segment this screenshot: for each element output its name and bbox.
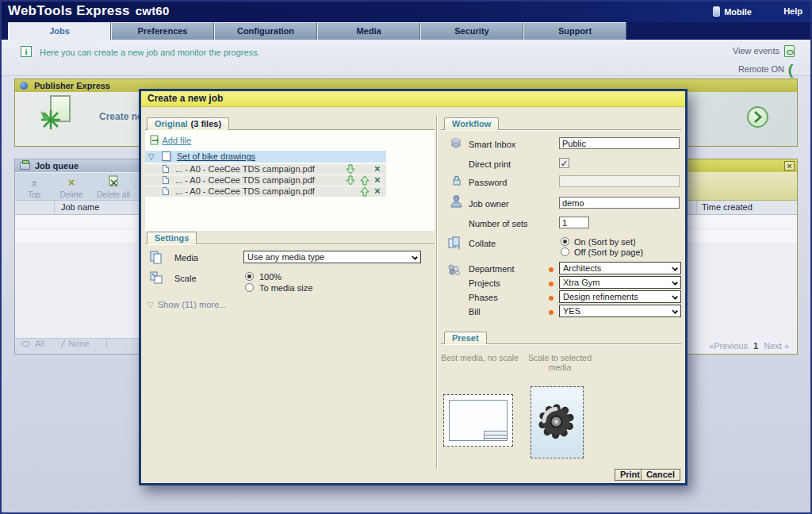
pdf-page-icon <box>163 176 169 184</box>
section-tab-workflow: Workflow <box>444 117 499 130</box>
department-select-value: Architects <box>563 263 601 273</box>
view-events-icon <box>784 45 795 57</box>
select-all-link[interactable]: All <box>35 339 44 348</box>
preset-best-media-thumbnail[interactable] <box>443 394 513 447</box>
close-icon[interactable]: × <box>784 161 795 171</box>
tab-configuration[interactable]: Configuration <box>214 22 317 40</box>
document-stack-icon <box>162 152 170 161</box>
move-up-icon[interactable] <box>360 175 371 186</box>
chevron-down-icon <box>672 308 678 314</box>
direct-print-label: Direct print <box>469 159 511 169</box>
accounting-icon <box>446 263 461 277</box>
file-name: ... - A0 - CeeCee TDS campaign.pdf <box>175 164 315 175</box>
password-label: Password <box>469 178 507 187</box>
section-tab-settings: Settings <box>147 232 197 244</box>
add-file-link[interactable]: Add file <box>150 135 191 146</box>
delete-all-label: Delete all <box>97 190 130 199</box>
selection-column-header <box>15 201 55 215</box>
file-row: ... - A0 - CeeCee TDS campaign.pdf × <box>145 186 386 197</box>
scale-icon <box>149 270 163 285</box>
previous-page-link[interactable]: «Previous <box>709 341 748 351</box>
next-page-link[interactable]: Next » <box>764 341 789 351</box>
info-message: Here you can create a new job and monito… <box>40 48 260 57</box>
section-tab-original: Original(3 files) <box>147 117 229 130</box>
move-down-icon[interactable] <box>346 175 357 186</box>
preset-scale-thumbnail[interactable] <box>530 386 584 458</box>
tab-security[interactable]: Security <box>420 22 523 40</box>
department-select[interactable]: Architects <box>559 262 681 274</box>
number-of-sets-input[interactable] <box>559 217 589 228</box>
move-down-icon[interactable] <box>346 164 357 175</box>
chevron-right-icon <box>749 108 767 126</box>
bill-select[interactable]: YES <box>559 305 681 317</box>
job-queue-title: Job queue <box>35 161 79 171</box>
gear-icon <box>537 402 576 442</box>
chevron-down-icon <box>412 254 418 260</box>
view-events-label: View events <box>733 46 779 56</box>
move-up-icon[interactable] <box>360 186 371 197</box>
tab-jobs[interactable]: Jobs <box>8 22 111 40</box>
settings-tab-label: Settings <box>155 233 189 243</box>
help-link[interactable]: Help <box>783 6 802 16</box>
pdf-page-icon <box>163 165 169 173</box>
tab-preferences[interactable]: Preferences <box>111 22 214 40</box>
phases-select-value: Design refinements <box>563 292 638 301</box>
chevron-down-icon <box>672 265 678 271</box>
mobile-icon <box>713 6 720 17</box>
remove-file-icon[interactable]: × <box>374 175 385 185</box>
scale-100-radio[interactable] <box>245 272 254 281</box>
publisher-sphere-icon <box>20 82 28 90</box>
phases-label: Phases <box>469 293 498 302</box>
projects-label: Projects <box>469 278 500 288</box>
app-header: WebTools Expresscwt60 Mobile Help <box>0 0 812 22</box>
pdf-page-icon <box>163 187 169 195</box>
collate-off-radio[interactable] <box>561 247 569 256</box>
time-created-column-header[interactable]: Time created <box>702 202 753 212</box>
person-icon <box>450 194 464 209</box>
smart-inbox-input[interactable] <box>559 137 680 149</box>
direct-print-checkbox[interactable]: ✓ <box>559 158 569 168</box>
delete-label: Delete <box>60 190 83 199</box>
smart-inbox-label: Smart Inbox <box>469 140 515 149</box>
view-events-link[interactable]: View events <box>733 45 795 57</box>
delete-all-button[interactable]: Delete all <box>91 175 136 199</box>
remote-label: Remote ON <box>738 64 784 74</box>
lock-icon <box>450 175 465 189</box>
collate-on-radio[interactable] <box>561 237 569 246</box>
projects-select[interactable]: Xtra Gym <box>559 276 681 289</box>
bill-label: Bill <box>469 307 481 316</box>
job-name-column-header[interactable]: Job name <box>61 202 99 212</box>
phases-select[interactable]: Design refinements <box>559 290 681 303</box>
media-icon <box>149 250 163 264</box>
original-tab-label: Original <box>155 119 188 128</box>
select-none-link[interactable]: None <box>68 339 89 348</box>
tab-media[interactable]: Media <box>317 22 420 40</box>
preset-option2-caption: Scale to selected media <box>527 353 593 372</box>
remote-toggle[interactable]: Remote ON( <box>738 62 793 79</box>
mobile-link[interactable]: Mobile <box>713 6 752 17</box>
top-button[interactable]: ⌅ Top <box>20 175 48 199</box>
show-more-label: Show (11) more... <box>158 300 227 309</box>
remove-file-icon[interactable]: × <box>374 186 385 196</box>
file-name: ... - A0 - CeeCee TDS campaign.pdf <box>175 175 315 186</box>
remove-file-icon[interactable]: × <box>374 163 385 174</box>
current-page-number: 1 <box>753 341 758 351</box>
file-name: ... - A0 - CeeCee TDS campaign.pdf <box>175 186 315 197</box>
password-input <box>559 175 680 187</box>
media-select[interactable]: Use any media type <box>243 251 421 263</box>
delete-button[interactable]: × Delete <box>55 175 88 199</box>
printer-icon <box>20 162 30 170</box>
job-owner-input[interactable] <box>559 197 680 209</box>
app-title: WebTools Expresscwt60 <box>8 3 169 19</box>
required-dot <box>549 267 553 272</box>
app-title-text: WebTools Express <box>8 3 130 18</box>
file-group-link[interactable]: Set of bike drawings <box>177 151 255 163</box>
cancel-button[interactable]: Cancel <box>641 469 680 481</box>
tab-support[interactable]: Support <box>523 22 626 40</box>
collate-on-label: On (Sort by set) <box>574 237 636 247</box>
scale-to-media-radio[interactable] <box>245 283 254 292</box>
show-more-link[interactable]: ▽Show (11) more... <box>147 300 226 309</box>
go-button[interactable] <box>747 106 768 128</box>
collate-icon <box>447 236 462 251</box>
expander-icon[interactable]: ▽ <box>148 151 155 163</box>
